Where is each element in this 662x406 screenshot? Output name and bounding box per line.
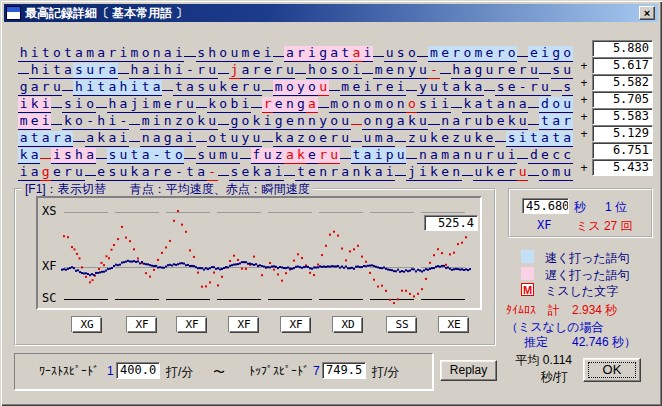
typing-char <box>495 126 506 142</box>
time-plus-sign: + <box>578 93 590 107</box>
typing-char <box>62 75 73 91</box>
typing-char <box>262 126 273 142</box>
typing-char <box>96 92 107 108</box>
typing-char <box>129 126 140 142</box>
typing-char: k <box>129 165 140 181</box>
best-record-detail-window: 最高記録詳細〔 基本常用語 〕 × hitotamarimonai shoume… <box>0 0 662 406</box>
typing-char <box>373 41 384 57</box>
typing-char: r <box>151 165 162 181</box>
line-time-field: 5.129 <box>592 125 653 142</box>
top-speed-label: ﾄｯﾌﾟｽﾋﾟｰﾄﾞ <box>249 364 309 378</box>
typing-char: r <box>506 165 517 181</box>
ok-button[interactable]: OK <box>583 358 641 382</box>
y-axis-label-xf: XF <box>42 259 56 273</box>
section-grade-3: XF <box>177 317 207 333</box>
typing-char: - <box>207 165 218 181</box>
typing-char <box>517 143 528 159</box>
typing-line: iageru esukare-ta- sekai tenrankai jiken… <box>18 160 573 181</box>
typing-char: e <box>306 165 317 181</box>
typing-char: e <box>240 165 251 181</box>
title-bar[interactable]: 最高記録詳細〔 基本常用語 〕 × <box>4 4 658 22</box>
line-time-field: 5.705 <box>592 91 653 108</box>
typing-char: u <box>473 165 484 181</box>
total-time-field: 45.680 <box>522 198 569 214</box>
worst-speed-field[interactable]: 400.0 <box>116 362 160 379</box>
section-grade-4: XF <box>229 317 259 333</box>
typing-char: u <box>517 165 528 181</box>
grade-label: XF <box>537 218 551 232</box>
app-icon <box>6 6 21 20</box>
typing-char <box>351 109 362 125</box>
typing-char <box>218 109 229 125</box>
typing-char: o <box>539 165 550 181</box>
line-time-field: 5.583 <box>592 108 653 125</box>
typing-char <box>196 92 207 108</box>
time-plus-sign: + <box>578 127 590 141</box>
typing-char <box>462 160 473 176</box>
typing-char <box>318 92 329 108</box>
section-grade-2: XF <box>127 317 157 333</box>
section-grade-8: XE <box>439 317 469 333</box>
typing-char <box>362 58 373 74</box>
typing-char <box>218 58 229 74</box>
typing-char: i <box>384 165 395 181</box>
typing-char: g <box>40 165 51 181</box>
typing-char <box>528 109 539 125</box>
typing-char <box>517 41 528 57</box>
fast-words-label: 速く打った語句 <box>545 250 630 267</box>
time-unit-label: 秒 <box>574 199 586 216</box>
typing-char <box>240 143 251 159</box>
window-title: 最高記録詳細〔 基本常用語 〕 <box>25 5 188 22</box>
typing-char: a <box>29 165 40 181</box>
typing-char <box>129 109 140 125</box>
typing-char <box>262 75 273 91</box>
average-line1: 平均 0.114 <box>492 352 572 369</box>
typing-char <box>406 143 417 159</box>
typing-char <box>96 143 107 159</box>
typing-char: a <box>196 165 207 181</box>
typing-char <box>551 75 562 91</box>
tilde-separator: 〜 <box>213 364 225 381</box>
line-time-field: 5.880 <box>592 40 653 57</box>
close-button[interactable]: × <box>639 6 655 20</box>
replay-button[interactable]: Replay <box>440 360 497 381</box>
typing-char: t <box>295 165 306 181</box>
worst-speed-label: ﾜｰｽﾄｽﾋﾟｰﾄﾞ <box>39 364 99 378</box>
section-grade-7: SS <box>387 317 417 333</box>
average-per-stroke: 平均 0.114 秒/打 <box>492 352 572 386</box>
typing-char <box>85 160 96 176</box>
typing-char <box>196 126 207 142</box>
typing-char: u <box>118 165 129 181</box>
typing-char: n <box>318 165 329 181</box>
typing-char: e <box>51 165 62 181</box>
fast-words-swatch <box>521 250 534 263</box>
top-speed-unit: 打/分 <box>372 364 399 381</box>
typing-char: u <box>73 165 84 181</box>
worst-speed-index: 1 <box>107 364 114 378</box>
typing-char <box>18 58 29 74</box>
speed-chart <box>36 196 482 310</box>
typing-char <box>184 41 195 57</box>
typing-char <box>218 160 229 176</box>
top-speed-field[interactable]: 749.5 <box>322 362 366 379</box>
typing-char: a <box>262 165 273 181</box>
estimated-time-label: 推定 42.746 秒） <box>524 334 636 351</box>
typing-char: r <box>329 165 340 181</box>
peak-speed-field: 525.4 <box>424 215 478 231</box>
typing-char <box>273 41 284 57</box>
slow-words-swatch <box>521 267 534 280</box>
line-time-field: 5.582 <box>592 74 653 91</box>
line-time-field: 6.751 <box>592 142 653 159</box>
typing-char: r <box>62 165 73 181</box>
time-plus-sign: + <box>578 76 590 90</box>
typing-char: j <box>406 165 417 181</box>
slow-words-label: 遅く打った語句 <box>545 267 630 284</box>
typing-char <box>295 58 306 74</box>
ok-focus-rect <box>588 362 636 378</box>
typing-char <box>440 58 451 74</box>
typing-char: t <box>184 165 195 181</box>
typing-char <box>351 126 362 142</box>
typing-char: e <box>440 165 451 181</box>
time-plus-sign: + <box>578 59 590 73</box>
miss-char-label: ミスした文字 <box>545 283 618 300</box>
